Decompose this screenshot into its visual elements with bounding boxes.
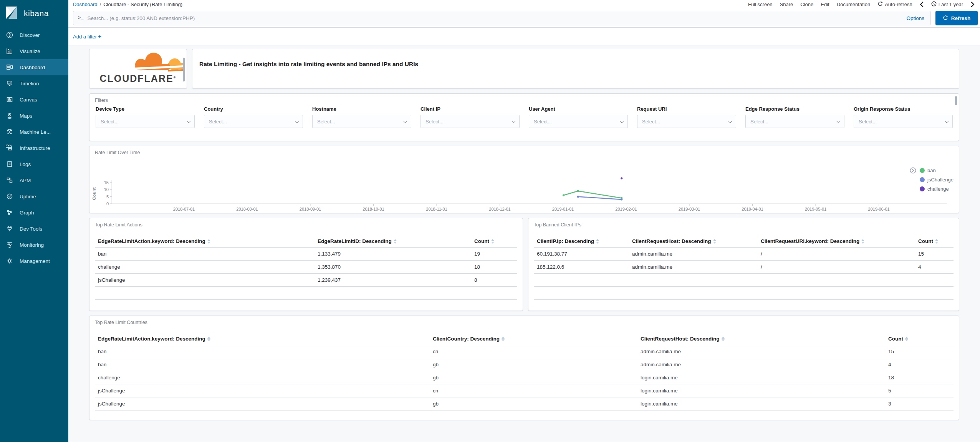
sidebar-item-maps[interactable]: Maps xyxy=(0,108,68,124)
monitoring-icon xyxy=(5,241,14,249)
table-cell: ban xyxy=(95,248,315,261)
filter-select-edge-response-status[interactable]: Select... xyxy=(745,115,844,128)
sidebar-item-label: Graph xyxy=(20,210,34,216)
filter-select-origin-response-status[interactable]: Select... xyxy=(854,115,953,128)
table-cell: challenge xyxy=(95,261,315,274)
select-placeholder: Select... xyxy=(425,119,444,125)
sidebar-item-dev-tools[interactable]: Dev Tools xyxy=(0,221,68,237)
auto-refresh-button[interactable]: Auto-refresh xyxy=(877,1,912,8)
options-link[interactable]: Options xyxy=(906,15,924,21)
filter-select-hostname[interactable]: Select... xyxy=(312,115,411,128)
filter-label: Country xyxy=(204,106,303,112)
banned-ips-table: ClientIP.ip: DescendingClientRequestHost… xyxy=(528,236,959,300)
share-button[interactable]: Share xyxy=(780,2,793,7)
sidebar-item-dashboard[interactable]: Dashboard xyxy=(0,59,68,75)
legend-item-jsChallenge[interactable]: jsChallenge xyxy=(920,177,954,183)
search-input-wrapper: >_ Options xyxy=(73,11,931,25)
column-header[interactable]: EdgeRateLimitID: Descending xyxy=(315,236,471,248)
table-cell: 8 xyxy=(471,274,517,287)
column-header[interactable]: ClientRequestHost: Descending xyxy=(637,334,885,345)
sidebar-item-management[interactable]: Management xyxy=(0,253,68,269)
sidebar-item-infrastructure[interactable]: Infrastructure xyxy=(0,140,68,156)
column-header[interactable]: ClientIP.ip: Descending xyxy=(534,236,629,248)
sidebar-item-logs[interactable]: Logs xyxy=(0,156,68,172)
select-placeholder: Select... xyxy=(750,119,768,125)
sidebar-item-apm[interactable]: APM xyxy=(0,172,68,188)
chevron-down-icon xyxy=(187,119,191,123)
sidebar-item-label: Dashboard xyxy=(20,65,45,70)
dev-tools-icon xyxy=(5,224,14,233)
filter-select-request-uri[interactable]: Select... xyxy=(637,115,736,128)
sort-icon xyxy=(905,337,908,341)
sidebar-item-uptime[interactable]: Uptime xyxy=(0,188,68,204)
sidebar-item-canvas[interactable]: Canvas xyxy=(0,91,68,108)
column-header[interactable]: ClientRequestURI.keyword: Descending xyxy=(758,236,915,248)
table-cell: admin.camilia.me xyxy=(629,261,758,274)
compass-icon xyxy=(5,31,14,39)
select-placeholder: Select... xyxy=(317,119,335,125)
time-picker-button[interactable]: Last 1 year xyxy=(931,1,963,8)
breadcrumb: Dashboard / Cloudflare - Security (Rate … xyxy=(73,2,182,7)
legend-item-challenge[interactable]: challenge xyxy=(920,186,954,192)
sort-icon xyxy=(394,239,397,244)
column-header[interactable]: Count xyxy=(885,334,954,345)
legend-color-dot xyxy=(920,168,925,173)
legend-color-dot xyxy=(920,177,925,182)
table-cell: gb xyxy=(430,358,637,371)
legend-label: jsChallenge xyxy=(927,177,954,183)
clone-button[interactable]: Clone xyxy=(800,2,813,7)
svg-text:2018-12-01: 2018-12-01 xyxy=(489,207,510,211)
filter-label: Request URI xyxy=(637,106,736,112)
sidebar-item-visualize[interactable]: Visualize xyxy=(0,43,68,59)
table-cell: jsChallenge xyxy=(95,384,430,397)
refresh-button[interactable]: Refresh xyxy=(935,11,978,25)
breadcrumb-dashboard-link[interactable]: Dashboard xyxy=(73,2,98,7)
svg-text:2019-06-01: 2019-06-01 xyxy=(868,207,889,211)
top-banned-client-ips-panel: Top Banned Client IPs ClientIP.ip: Desce… xyxy=(528,218,959,311)
svg-text:2019-01-01: 2019-01-01 xyxy=(552,207,574,211)
sidebar-item-timelion[interactable]: Timelion xyxy=(0,75,68,91)
column-header[interactable]: ClientCountry: Descending xyxy=(430,334,637,345)
column-header[interactable]: Count xyxy=(915,236,954,248)
branding-scrollbar[interactable] xyxy=(183,58,185,81)
sidebar: kibana DiscoverVisualizeDashboardTimelio… xyxy=(0,0,68,442)
legend-item-ban[interactable]: ban xyxy=(920,168,954,173)
sidebar-item-discover[interactable]: Discover xyxy=(0,27,68,43)
filters-scrollbar[interactable] xyxy=(955,96,957,105)
column-header[interactable]: EdgeRateLimitAction.keyword: Descending xyxy=(95,334,430,345)
add-filter-link[interactable]: Add a filter+ xyxy=(73,33,101,40)
table-cell: admin.camilia.me xyxy=(637,358,885,371)
filter-select-country[interactable]: Select... xyxy=(204,115,303,128)
column-header[interactable]: EdgeRateLimitAction.keyword: Descending xyxy=(95,236,315,248)
rate-limit-chart-panel: Rate Limit Over Time 051015Count2018-07-… xyxy=(89,146,959,213)
table-cell: / xyxy=(758,248,915,261)
full-screen-button[interactable]: Full screen xyxy=(748,2,773,7)
documentation-link[interactable]: Documentation xyxy=(837,2,870,7)
filter-select-device-type[interactable]: Select... xyxy=(96,115,195,128)
kibana-logo[interactable]: kibana xyxy=(0,0,68,27)
clock-icon xyxy=(931,1,937,8)
sidebar-item-monitoring[interactable]: Monitoring xyxy=(0,237,68,253)
machine-learning-icon xyxy=(5,128,14,136)
sidebar-item-graph[interactable]: Graph xyxy=(0,204,68,221)
legend-collapse-icon[interactable] xyxy=(910,167,916,175)
filters-panel: Filters Device TypeSelect...CountrySelec… xyxy=(89,93,959,141)
search-input[interactable] xyxy=(87,15,902,21)
dashboard-icon xyxy=(5,63,14,71)
sidebar-item-machine-le[interactable]: Machine Le... xyxy=(0,124,68,140)
filter-select-user-agent[interactable]: Select... xyxy=(529,115,628,128)
sidebar-item-label: Monitoring xyxy=(20,242,44,248)
column-header[interactable]: ClientRequestHost: Descending xyxy=(629,236,758,248)
filter-select-client-ip[interactable]: Select... xyxy=(420,115,520,128)
table-row: 60.191.38.77admin.camilia.me/15 xyxy=(534,248,954,261)
edit-button[interactable]: Edit xyxy=(821,2,829,7)
svg-text:Count: Count xyxy=(92,187,96,200)
auto-refresh-icon xyxy=(877,1,883,8)
time-previous-button[interactable] xyxy=(920,2,924,7)
breadcrumb-separator: / xyxy=(100,2,101,7)
time-next-button[interactable] xyxy=(970,2,975,7)
column-header[interactable]: Count xyxy=(471,236,517,248)
chevron-down-icon xyxy=(295,119,299,123)
refresh-icon xyxy=(943,15,948,22)
sidebar-item-label: Infrastructure xyxy=(20,145,50,151)
